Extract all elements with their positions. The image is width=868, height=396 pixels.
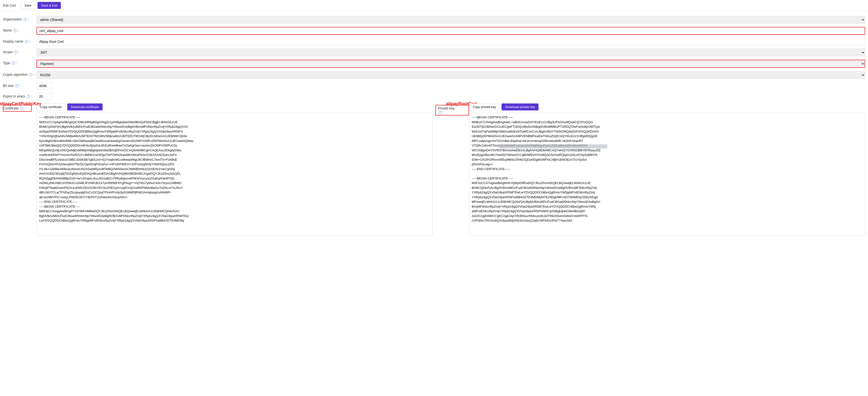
- save-button[interactable]: Save: [21, 2, 35, 9]
- label-bit-size: Bit size ? :: [3, 82, 36, 88]
- help-icon[interactable]: ?: [16, 84, 19, 88]
- save-exit-button[interactable]: Save & Exit: [37, 2, 61, 9]
- label-type: Type ? :: [3, 60, 36, 65]
- download-certificate-button[interactable]: Download certificate: [67, 104, 103, 110]
- help-icon[interactable]: ?: [12, 62, 15, 65]
- help-icon[interactable]: ?: [29, 73, 33, 77]
- copy-certificate-button[interactable]: Copy certificate: [36, 104, 65, 110]
- copy-private-key-button[interactable]: Copy private key: [469, 104, 500, 110]
- help-icon[interactable]: ?: [439, 111, 442, 114]
- help-icon[interactable]: ?: [13, 29, 17, 32]
- label-expire-years: Expire in years ? :: [3, 93, 36, 98]
- help-icon[interactable]: ?: [25, 40, 28, 43]
- scope-select[interactable]: JWT: [36, 49, 865, 56]
- label-name: Name ? :: [3, 27, 36, 32]
- certificate-textarea[interactable]: [36, 113, 433, 235]
- page-title: Edit Cert: [3, 4, 16, 7]
- label-certificate: Certificate ? :: [3, 105, 32, 112]
- help-icon[interactable]: ?: [27, 95, 30, 98]
- label-private-key: Private key ? :: [435, 105, 469, 115]
- bit-size-input[interactable]: [36, 82, 52, 89]
- label-crypto-algorithm: Crypto algorithm ? :: [3, 71, 36, 77]
- organization-select[interactable]: admin (Shared): [36, 16, 865, 24]
- crypto-algorithm-select[interactable]: RS256: [36, 71, 865, 79]
- help-icon[interactable]: ?: [24, 18, 27, 21]
- help-icon[interactable]: ?: [20, 107, 24, 110]
- form-body: alipayCertPublicKey alipayRootCert Organ…: [0, 11, 868, 239]
- private-key-textarea[interactable]: [469, 113, 865, 235]
- download-private-key-button[interactable]: Download private key: [501, 104, 538, 110]
- label-scope: Scope ? :: [3, 49, 36, 54]
- expire-years-input[interactable]: [36, 93, 52, 100]
- type-select[interactable]: Payment: [36, 60, 865, 68]
- display-name-input[interactable]: [36, 38, 865, 45]
- name-input[interactable]: [36, 27, 865, 35]
- label-organization: Organization ? :: [3, 16, 36, 21]
- top-toolbar: Edit Cert Save Save & Exit: [0, 0, 868, 11]
- label-display-name: Display name ? :: [3, 38, 36, 43]
- help-icon[interactable]: ?: [14, 51, 18, 54]
